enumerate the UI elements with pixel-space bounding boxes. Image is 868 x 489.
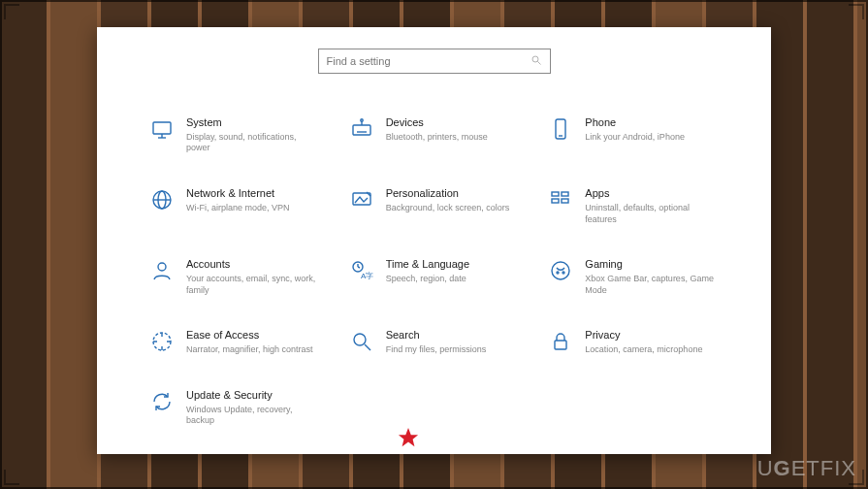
globe-icon [149,187,175,212]
category-desc: Windows Update, recovery, backup [186,405,322,427]
svg-rect-36 [555,341,566,349]
category-desc: Location, camera, microphone [585,344,702,356]
annotation-star [398,427,419,448]
svg-point-31 [557,272,559,274]
category-title: Gaming [585,258,721,272]
person-icon [149,258,175,283]
category-desc: Background, lock screen, colors [386,203,510,214]
svg-line-35 [365,344,370,350]
category-ease-of-access[interactable]: Ease of Access Narrator, magnifier, high… [149,329,336,355]
category-desc: Find my files, permissions [386,344,487,356]
category-privacy[interactable]: Privacy Location, camera, microphone [548,329,734,355]
svg-rect-5 [353,125,370,135]
category-title: Apps [585,187,721,201]
settings-grid: System Display, sound, notifications, po… [97,74,771,427]
svg-rect-21 [552,192,559,196]
apps-icon [548,187,573,212]
category-devices[interactable]: Devices Bluetooth, printers, mouse [349,116,535,154]
search-placeholder: Find a setting [327,55,530,67]
svg-text:A字: A字 [361,272,373,280]
category-phone[interactable]: Phone Link your Android, iPhone [548,116,734,154]
ease-icon [149,329,175,354]
category-desc: Xbox Game Bar, captures, Game Mode [585,274,721,296]
category-time-language[interactable]: A字 Time & Language Speech, region, date [349,258,535,296]
category-network[interactable]: Network & Internet Wi-Fi, airplane mode,… [149,187,336,225]
category-system[interactable]: System Display, sound, notifications, po… [149,116,336,154]
search-cat-icon [349,329,374,354]
gamepad-icon [548,258,573,283]
category-title: Network & Internet [186,187,290,201]
category-desc: Narrator, magnifier, high contrast [186,344,313,356]
category-desc: Your accounts, email, sync, work, family [186,274,322,296]
category-title: System [186,116,322,130]
lock-icon [548,329,573,354]
category-desc: Bluetooth, printers, mouse [386,132,488,144]
keyboard-icon [349,116,374,142]
category-personalization[interactable]: Personalization Background, lock screen,… [349,187,535,225]
svg-point-32 [563,272,564,274]
svg-marker-37 [399,428,418,446]
svg-point-0 [532,56,538,62]
svg-point-30 [552,262,569,279]
svg-rect-23 [552,199,559,203]
search-input[interactable]: Find a setting [318,49,551,74]
paint-icon [349,187,374,212]
watermark: UGETFIX [757,456,856,481]
category-title: Update & Security [186,389,322,403]
category-desc: Display, sound, notifications, power [186,132,322,154]
monitor-icon [149,116,175,142]
category-title: Search [386,329,487,342]
svg-point-25 [158,263,166,271]
category-desc: Speech, region, date [386,274,469,285]
category-desc: Link your Android, iPhone [585,132,685,144]
category-gaming[interactable]: Gaming Xbox Game Bar, captures, Game Mod… [548,258,734,296]
category-update-security[interactable]: Update & Security Windows Update, recove… [149,389,336,427]
svg-rect-2 [153,122,171,134]
category-apps[interactable]: Apps Uninstall, defaults, optional featu… [548,187,734,225]
category-title: Ease of Access [186,329,313,342]
svg-line-28 [358,267,360,268]
category-title: Devices [386,116,488,130]
search-icon [530,54,542,68]
svg-point-13 [360,119,362,121]
phone-icon [548,116,573,142]
category-desc: Wi-Fi, airplane mode, VPN [186,203,290,214]
settings-window: Find a setting System Display, sound, no… [97,27,771,454]
category-accounts[interactable]: Accounts Your accounts, email, sync, wor… [149,258,336,296]
category-title: Privacy [585,329,702,342]
svg-rect-22 [562,192,568,196]
category-title: Phone [585,116,685,130]
category-title: Personalization [386,187,510,201]
svg-point-34 [354,334,366,345]
sync-icon [149,389,175,414]
svg-rect-24 [562,199,568,203]
category-desc: Uninstall, defaults, optional features [585,203,721,225]
category-title: Accounts [186,258,322,272]
category-search[interactable]: Search Find my files, permissions [349,329,535,355]
time-lang-icon: A字 [349,258,374,283]
category-title: Time & Language [386,258,469,272]
svg-line-1 [537,62,540,65]
